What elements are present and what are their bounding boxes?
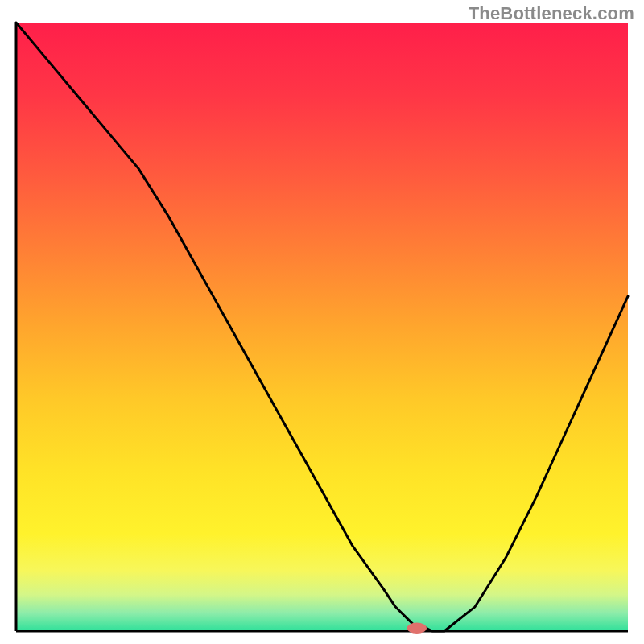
- chart-container: TheBottleneck.com: [0, 0, 644, 644]
- bottleneck-chart: [0, 0, 644, 644]
- watermark-text: TheBottleneck.com: [469, 3, 634, 24]
- optimal-marker: [407, 622, 427, 634]
- chart-background: [16, 23, 628, 631]
